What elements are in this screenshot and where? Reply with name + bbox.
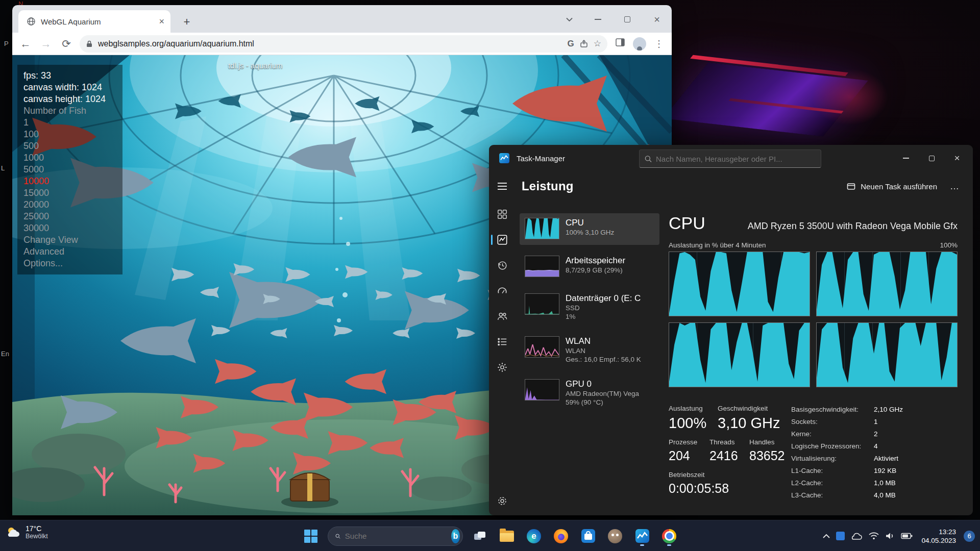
browser-maximize-button[interactable] [621,13,634,26]
gimp-button[interactable] [605,526,625,546]
fish-count-option-1[interactable]: 1 [23,117,116,129]
task-manager-window: Task-Manager × Leistung Neuen Task ausfü… [489,145,973,515]
stat-label: Geschwindigkeit [718,405,768,412]
file-explorer-button[interactable] [497,526,517,546]
options-link[interactable]: Options... [23,258,116,269]
fish-count-option-500[interactable]: 500 [23,140,116,152]
weather-widget[interactable]: 17°C Bewölkt [5,524,48,540]
nav-details-icon[interactable] [492,336,512,348]
browser-tab[interactable]: WebGL Aquarium × [18,10,170,33]
new-tab-button[interactable]: + [180,15,194,30]
search-input[interactable] [656,155,816,163]
taskbar-clock[interactable]: 13:23 04.05.2023 [921,528,956,545]
nav-processes-icon[interactable] [492,208,512,220]
address-bar[interactable]: webglsamples.org/aquarium/aquarium.html … [80,35,607,53]
search-icon [645,155,652,163]
forward-button[interactable]: → [39,38,53,50]
fish-count-option-5000[interactable]: 5000 [23,164,116,176]
tm-maximize-button[interactable] [919,145,944,171]
change-view-link[interactable]: Change View [23,234,116,246]
stat-value-threads: 2416 [709,448,738,463]
chrome-button[interactable] [659,526,679,546]
stat-label: Auslastung [669,405,703,412]
perf-item-wlan[interactable]: WLANWLANGes.: 16,0 Empf.: 56,0 K [520,332,659,368]
disk-mini-graph [525,293,559,315]
fish-count-option-20000[interactable]: 20000 [23,199,116,211]
hamburger-menu-icon[interactable] [497,182,507,190]
profile-avatar[interactable] [633,37,646,51]
task-view-button[interactable] [470,526,490,546]
lock-icon [86,40,93,48]
task-manager-titlebar[interactable]: Task-Manager × [489,145,973,171]
volume-icon[interactable] [885,532,895,540]
edge-button[interactable]: e [524,526,544,546]
desktop-icon-label[interactable]: L [1,164,5,172]
onedrive-cloud-icon[interactable] [850,532,863,540]
tray-chevron-up-icon[interactable] [822,534,830,539]
google-g-icon[interactable]: G [568,39,574,49]
stat-value-utilization: 100% [669,415,706,432]
back-button[interactable]: ← [18,38,33,50]
reload-button[interactable]: ⟳ [59,38,74,50]
cpu-mini-graph [525,218,559,239]
tab-search-chevron-icon[interactable] [562,13,576,26]
store-button[interactable] [578,526,598,546]
advanced-link[interactable]: Advanced [23,246,116,258]
side-panel-icon[interactable] [614,38,627,49]
fish-count-option-100[interactable]: 100 [23,129,116,140]
nav-performance-icon[interactable] [492,234,512,246]
perf-item-cpu[interactable]: CPU100% 3,10 GHz [520,213,659,245]
notification-badge[interactable]: 6 [964,531,975,542]
fish-count-option-30000[interactable]: 30000 [23,222,116,234]
wifi-icon[interactable] [868,532,879,540]
tm-minimize-button[interactable] [893,145,919,171]
taskbar-search[interactable]: b [328,527,463,546]
fish-count-option-15000[interactable]: 15000 [23,187,116,199]
tab-close-icon[interactable]: × [159,17,164,26]
settings-gear-icon[interactable] [492,495,512,507]
desktop-icon-label[interactable]: En [1,350,9,358]
cpu-core-graph-4 [816,322,958,387]
bookmark-star-icon[interactable]: ☆ [594,38,601,49]
tray-app-icon[interactable] [836,532,845,540]
tm-close-button[interactable]: × [944,145,970,171]
windows-logo-icon [304,530,317,543]
canvas-width-readout: canvas width: 1024 [23,82,116,93]
cpu-core-graphs [669,252,958,387]
perf-item-disk[interactable]: Datenträger 0 (E: CSSD1% [520,289,659,325]
fish-count-option-1000[interactable]: 1000 [23,152,116,164]
start-button[interactable] [301,526,321,546]
perf-item-memory[interactable]: Arbeitsspeicher8,7/29,9 GB (29%) [520,251,659,283]
task-manager-app-icon [499,153,509,163]
browser-tabstrip: WebGL Aquarium × + × [12,5,672,33]
desktop-icon-label[interactable]: P [4,40,9,47]
folder-icon [500,531,514,542]
task-manager-header: Leistung Neuen Task ausführen … [489,171,973,201]
share-icon[interactable] [579,39,589,48]
nav-app-history-icon[interactable] [492,259,512,271]
window-title: Task-Manager [517,154,565,163]
firefox-button[interactable] [551,526,571,546]
clock-time: 13:23 [921,528,956,536]
browser-minimize-button[interactable] [591,13,604,26]
browser-toolbar: ← → ⟳ webglsamples.org/aquarium/aquarium… [12,33,672,55]
browser-close-button[interactable]: × [650,13,664,26]
taskbar-search-input[interactable] [345,532,447,540]
fish-count-option-10000-selected[interactable]: 10000 [23,176,116,187]
task-manager-search[interactable] [639,149,821,168]
perf-item-gpu[interactable]: GPU 0AMD Radeon(TM) Vega59% (90 °C) [520,374,659,411]
run-new-task-button[interactable]: Neuen Task ausführen [841,178,943,195]
more-options-button[interactable]: … [945,181,965,192]
nav-services-icon[interactable] [492,361,512,373]
task-manager-button[interactable] [632,526,652,546]
fish-count-option-25000[interactable]: 25000 [23,211,116,222]
browser-menu-kebab-icon[interactable]: ⋮ [652,38,666,49]
cpu-spec-details: Basisgeschwindigkeit:2,10 GHz Sockets:1 … [791,406,903,504]
battery-icon[interactable] [901,533,913,539]
nav-startup-apps-icon[interactable] [492,285,512,297]
stat-value-handles: 83652 [749,448,785,463]
nav-users-icon[interactable] [492,310,512,322]
tab-title: WebGL Aquarium [41,17,154,26]
search-icon [335,532,340,540]
cpu-panel-title: CPU [669,213,705,233]
